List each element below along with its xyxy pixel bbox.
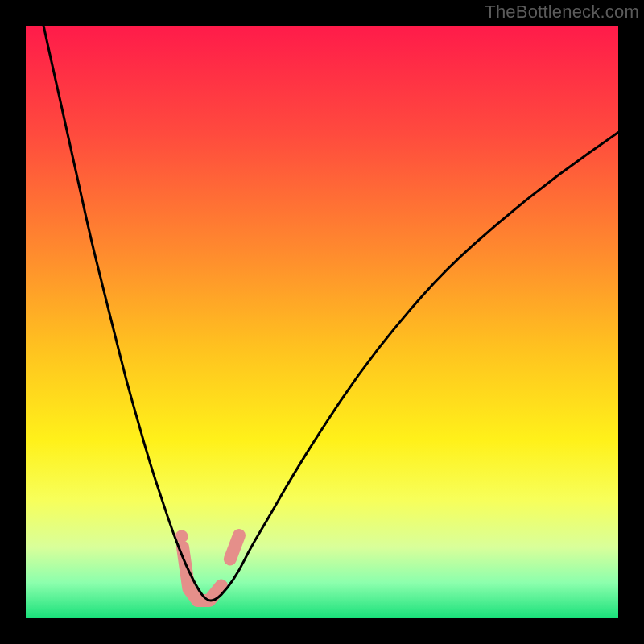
valley-highlight [230, 535, 239, 559]
chart-background [26, 26, 618, 618]
chart-plot-area [26, 26, 618, 618]
watermark-label: TheBottleneck.com [485, 2, 639, 23]
chart-svg [26, 26, 618, 618]
chart-container: TheBottleneck.com [0, 0, 644, 644]
